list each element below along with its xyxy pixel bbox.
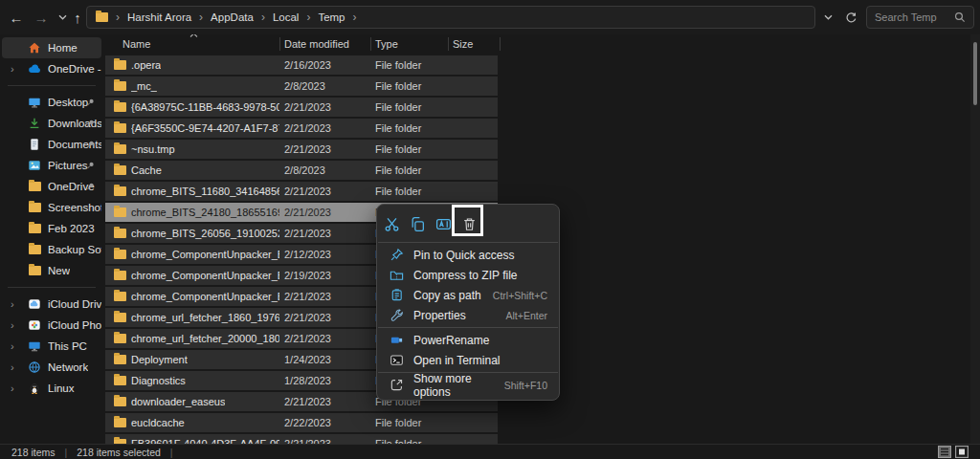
sidebar-item-network[interactable]: Network (2, 357, 101, 378)
column-resize-handle[interactable] (500, 37, 501, 51)
menu-item-properties[interactable]: Properties Alt+Enter (377, 305, 559, 325)
file-name: chrome_BITS_24180_1865516919 (131, 207, 279, 218)
file-date: 2/8/2023 (284, 164, 325, 176)
folder-icon (114, 271, 126, 280)
large-icons-view-button[interactable] (955, 446, 969, 458)
file-row[interactable]: chrome_BITS_11680_3416485672/21/2023File… (105, 182, 498, 201)
folder-icon (114, 355, 126, 364)
menu-item-compress-to-zip[interactable]: Compress to ZIP file (377, 265, 559, 285)
sidebar-item-label: New (48, 265, 70, 276)
expand-chevron-icon[interactable] (11, 340, 14, 352)
folder-icon (28, 264, 41, 277)
menu-item-shortcut: Shift+F10 (504, 380, 547, 391)
file-type: File folder (375, 122, 421, 134)
breadcrumb-chevron-icon[interactable] (196, 11, 206, 24)
expand-chevron-icon[interactable] (11, 298, 14, 310)
sidebar-item-new[interactable]: New (2, 260, 101, 281)
desktop-icon (28, 96, 41, 109)
file-name: chrome_ComponentUnpacker_BeginPatc... (131, 249, 279, 260)
scrollbar-thumb[interactable] (973, 42, 977, 105)
search-icon[interactable] (954, 11, 966, 23)
sidebar-item-home[interactable]: Home (2, 37, 101, 58)
navigation-pane: Home OneDrive - Persona Desktop Download… (0, 34, 103, 444)
zip-folder-icon (389, 268, 404, 283)
column-header-date-modified[interactable]: Date modified (284, 38, 349, 50)
sidebar-item-desktop[interactable]: Desktop (2, 92, 101, 113)
file-row[interactable]: eucldcache2/22/2023File folder (105, 413, 498, 432)
file-date: 1/24/2023 (284, 354, 331, 365)
breadcrumb-segment[interactable]: Harshit Arora (127, 11, 191, 23)
copy-button[interactable] (405, 211, 430, 237)
column-resize-handle[interactable] (279, 37, 280, 51)
menu-separator (378, 242, 558, 243)
sidebar-item-feb-2023[interactable]: Feb 2023 (2, 218, 101, 239)
this-pc-icon (28, 339, 41, 353)
menu-item-label: PowerRename (413, 334, 489, 347)
menu-item-open-in-terminal[interactable]: Open in Terminal (377, 350, 559, 370)
sidebar-item-documents[interactable]: Documents (2, 134, 101, 155)
file-row[interactable]: .opera2/16/2023File folder (105, 55, 498, 75)
menu-item-copy-as-path[interactable]: Copy as path Ctrl+Shift+C (377, 285, 559, 305)
file-name: chrome_BITS_26056_1910025261 (131, 228, 279, 239)
file-type: File folder (375, 143, 421, 155)
menu-item-show-more-options[interactable]: Show more options Shift+F10 (377, 375, 559, 395)
file-row[interactable]: {6A38975C-11BB-4683-9978-5048BA00A...2/2… (105, 98, 498, 117)
breadcrumb-chevron-icon[interactable] (258, 11, 268, 24)
sidebar-item-backup-software[interactable]: Backup Software (2, 239, 101, 260)
file-row[interactable]: _mc_2/8/2023File folder (105, 76, 498, 96)
file-date: 2/21/2023 (284, 333, 331, 344)
back-button[interactable] (4, 5, 29, 30)
file-row[interactable]: ~nsu.tmp2/21/2023File folder (105, 140, 498, 159)
expand-chevron-icon[interactable] (11, 63, 14, 75)
column-header-name[interactable]: Name (122, 38, 150, 50)
file-name: Deployment (131, 354, 188, 365)
address-bar[interactable]: Harshit Arora AppData Local Temp (86, 6, 815, 29)
column-header-type[interactable]: Type (375, 38, 398, 50)
expand-chevron-icon[interactable] (11, 382, 14, 394)
search-input[interactable] (875, 11, 954, 23)
breadcrumb-segment[interactable]: Temp (318, 11, 345, 23)
column-resize-handle[interactable] (370, 37, 371, 51)
sidebar-item-onedrive-personal[interactable]: OneDrive - Persona (2, 58, 101, 79)
sidebar-item-downloads[interactable]: Downloads (2, 113, 101, 134)
file-row[interactable]: {A6F3550C-9E74-4207-A1F7-87041A253...2/2… (105, 119, 498, 138)
expand-chevron-icon[interactable] (11, 319, 14, 331)
sidebar-item-icloud-photos[interactable]: iCloud Photos (2, 315, 101, 336)
vertical-scrollbar[interactable] (970, 34, 980, 444)
file-name: chrome_url_fetcher_20000_1801964024 (131, 333, 279, 344)
breadcrumb-chevron-icon[interactable] (350, 11, 360, 24)
sidebar-item-label: Network (48, 361, 88, 373)
menu-item-pin-to-quick-access[interactable]: Pin to Quick access (377, 245, 559, 265)
refresh-icon[interactable] (838, 5, 863, 30)
breadcrumb-chevron-icon[interactable] (303, 11, 313, 24)
sidebar-item-icloud-drive[interactable]: iCloud Drive (2, 294, 101, 315)
cut-button[interactable] (379, 211, 404, 237)
sidebar-item-onedrive-folder[interactable]: OneDrive (2, 176, 101, 197)
network-icon (28, 361, 41, 374)
sidebar-item-linux[interactable]: Linux (2, 378, 101, 399)
breadcrumb-segment[interactable]: AppData (211, 11, 254, 23)
file-row[interactable]: FB39601F-4040-4D3F-AA4F-098963FCC42/21/2… (105, 434, 498, 444)
menu-separator (378, 327, 558, 328)
folder-icon (114, 144, 126, 154)
file-name: {A6F3550C-9E74-4207-A1F7-87041A253... (131, 122, 279, 134)
sidebar-item-screenshots[interactable]: Screenshots (2, 197, 101, 218)
column-resize-handle[interactable] (448, 37, 449, 51)
item-count: 218 items (11, 447, 56, 458)
folder-icon (114, 123, 126, 133)
search-box[interactable] (866, 6, 974, 29)
details-view-button[interactable] (938, 446, 951, 458)
expand-chevron-icon[interactable] (11, 361, 14, 373)
folder-icon (114, 165, 126, 175)
column-header-size[interactable]: Size (453, 38, 473, 50)
sidebar-item-this-pc[interactable]: This PC (2, 336, 101, 357)
sidebar-item-pictures[interactable]: Pictures (2, 155, 101, 176)
folder-icon (114, 102, 126, 112)
address-dropdown-chevron-icon[interactable] (815, 5, 840, 30)
menu-item-powerrename[interactable]: PowerRename (377, 330, 559, 350)
file-row[interactable]: Cache2/8/2023File folder (105, 161, 498, 180)
breadcrumb-segment[interactable]: Local (273, 11, 300, 23)
pin-icon (86, 162, 95, 170)
file-date: 2/21/2023 (284, 122, 331, 134)
sidebar-item-label: iCloud Drive (48, 298, 101, 310)
